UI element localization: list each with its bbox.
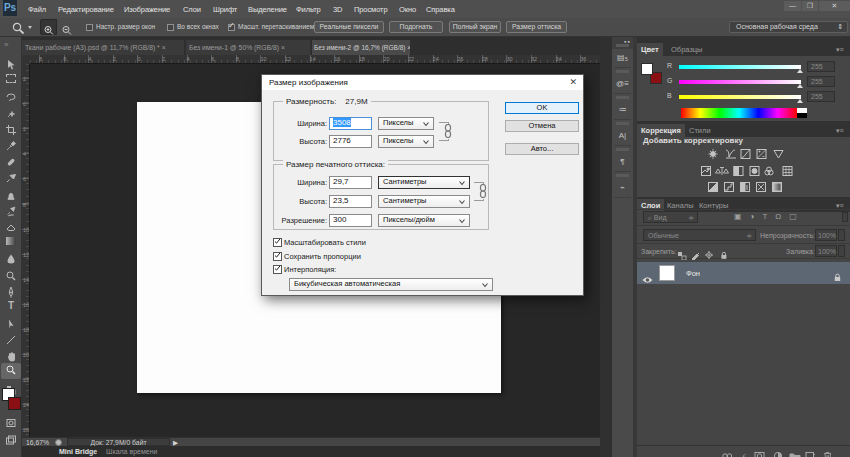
svg-text:f: f	[742, 452, 746, 457]
